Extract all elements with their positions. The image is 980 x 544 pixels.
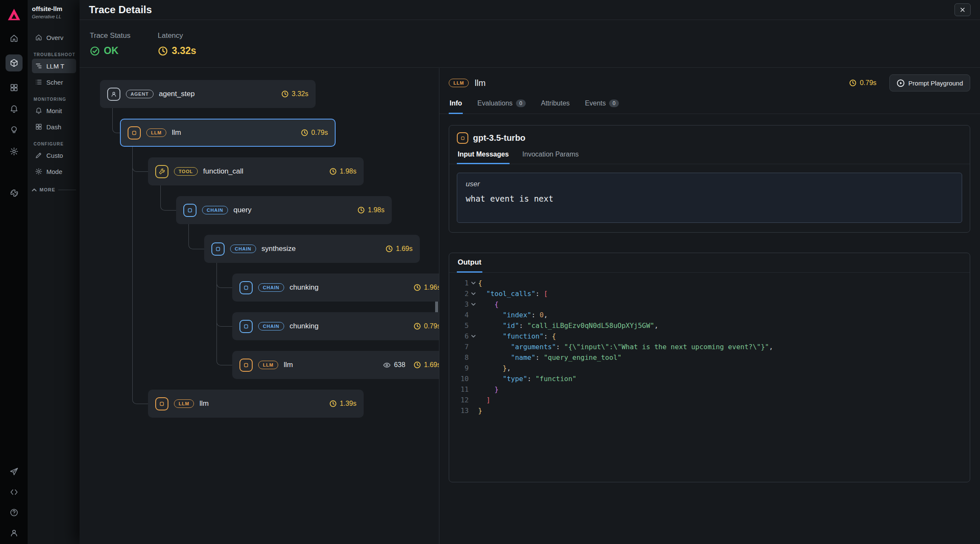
span-kind-badge: LLM (258, 361, 278, 369)
clock-icon (849, 79, 857, 87)
tab-events[interactable]: Events0 (584, 96, 620, 114)
help-icon[interactable] (9, 507, 19, 518)
output-json-viewer: 1{2 "tool_calls": [3 {4 "index": 0,5 "id… (449, 273, 970, 416)
chain-icon (239, 281, 253, 294)
message-content: what event is next (466, 194, 953, 203)
alerts-bell-icon[interactable] (9, 104, 19, 114)
code-line: 5 "id": "call_iLBgEzv0qN0dL58uOpXYj5GW", (449, 320, 970, 331)
span-latency: 1.69s (385, 245, 413, 253)
trace-row-llm[interactable]: LLMllm0.79s (120, 119, 336, 147)
fold-chevron-icon[interactable] (469, 288, 478, 299)
trace-row-llm[interactable]: LLMllm6381.69s (232, 351, 439, 379)
tab-attributes[interactable]: Attributes (540, 96, 571, 114)
trace-lines-icon (35, 62, 43, 70)
span-latency: 0.79s (413, 322, 439, 330)
span-latency: 0.79s (301, 129, 328, 137)
integrations-puzzle-icon[interactable] (9, 188, 19, 198)
events-count-badge: 0 (609, 100, 619, 107)
arize-logo[interactable] (5, 5, 23, 24)
span-kind-badge: TOOL (174, 167, 198, 176)
sidebar-item-model-settings[interactable]: Mode (32, 164, 76, 179)
span-latency: 3.32s (281, 90, 308, 98)
user-message: user what event is next (457, 173, 962, 223)
code-line: 8 "name": "query_engine_tool" (449, 352, 970, 363)
trace-row-chunking[interactable]: CHAINchunking1.96s (232, 273, 439, 302)
fold-chevron-icon[interactable] (469, 299, 478, 310)
trace-row-query[interactable]: CHAINquery1.98s (176, 196, 392, 224)
tab-output[interactable]: Output (457, 256, 482, 273)
sidebar-item-schema[interactable]: Scher (32, 75, 76, 89)
whats-new-plane-icon[interactable] (9, 467, 19, 477)
prompt-playground-button[interactable]: Prompt Playground (889, 74, 970, 91)
app-icon-rail (0, 0, 28, 544)
line-number: 11 (449, 384, 469, 395)
trace-status-block: Trace Status OK (90, 31, 131, 67)
code-line: 2 "tool_calls": [ (449, 288, 970, 299)
chain-icon (183, 204, 197, 217)
modal-title: Trace Details (89, 4, 152, 16)
tab-invocation-params[interactable]: Invocation Params (521, 148, 580, 164)
trace-row-synthesize[interactable]: CHAINsynthesize1.69s (204, 235, 420, 263)
section-configure: CONFIGURE (34, 142, 76, 146)
project-title: offsite-llm (32, 5, 76, 12)
bell-icon (35, 107, 43, 114)
span-kind-badge: CHAIN (230, 245, 256, 253)
line-number: 12 (449, 395, 469, 405)
fold-chevron-icon (469, 352, 478, 363)
line-number: 6 (449, 331, 469, 342)
sidebar-item-overview[interactable]: Overv (32, 30, 76, 45)
tab-input-messages[interactable]: Input Messages (457, 148, 510, 164)
code-docs-icon[interactable] (9, 487, 19, 497)
model-name: gpt-3.5-turbo (473, 133, 525, 143)
llm-icon (155, 397, 168, 410)
llm-icon (239, 359, 253, 372)
span-name: chunking (290, 322, 319, 330)
code-line: 4 "index": 0, (449, 310, 970, 320)
fold-chevron-icon[interactable] (469, 331, 478, 342)
line-number: 10 (449, 373, 469, 384)
overview-icon (35, 34, 43, 41)
fold-chevron-icon[interactable] (469, 278, 478, 288)
fold-chevron-icon (469, 310, 478, 320)
model-card-tabs: Input Messages Invocation Params (449, 148, 970, 164)
detail-tabs: Info Evaluations0 Attributes Events0 (439, 96, 980, 114)
trace-row-llm[interactable]: LLMllm1.39s (148, 390, 364, 418)
trace-row-agent_step[interactable]: AGENTagent_step3.32s (100, 80, 316, 108)
span-kind-badge: CHAIN (202, 206, 228, 214)
code-line: 6 "function": { (449, 331, 970, 342)
deploy-balloon-icon[interactable] (9, 125, 19, 135)
sidebar-item-llm-tracing[interactable]: LLM T (32, 59, 76, 73)
agent-icon (107, 88, 120, 101)
sidebar-item-dashboards[interactable]: Dash (32, 120, 76, 134)
tab-info[interactable]: Info (449, 96, 463, 114)
fold-chevron-icon (469, 373, 478, 384)
token-count: 638 (383, 361, 405, 369)
sidebar-more-toggle[interactable]: MORE (32, 187, 76, 192)
tree-connector (160, 185, 176, 211)
sidebar-item-custom-metrics[interactable]: Custo (32, 148, 76, 162)
span-kind-badge: LLM (146, 128, 166, 137)
span-detail-panel: LLM llm 0.79s Prompt Playground Info Eva… (439, 68, 980, 544)
code-line: 12 ] (449, 395, 970, 405)
chain-icon (211, 242, 225, 256)
tab-evaluations[interactable]: Evaluations0 (476, 96, 526, 114)
sidebar-item-monitors[interactable]: Monit (32, 103, 76, 118)
span-latency: 1.39s (329, 400, 356, 407)
gear-icon (35, 168, 43, 175)
account-user-icon[interactable] (9, 528, 19, 538)
home-icon[interactable] (9, 33, 19, 43)
tracing-cube-icon[interactable] (6, 54, 23, 71)
fold-chevron-icon (469, 405, 478, 416)
close-button[interactable] (954, 3, 971, 16)
span-kind-badge: LLM (174, 399, 194, 408)
trace-row-chunking[interactable]: CHAINchunking0.79s (232, 312, 439, 340)
tree-connector (188, 224, 204, 249)
section-troubleshoot: TROUBLESHOOT (34, 52, 76, 57)
line-number: 1 (449, 278, 469, 288)
span-name: synthesize (262, 245, 296, 253)
dashboards-grid-icon[interactable] (9, 83, 19, 93)
trace-row-function_call[interactable]: TOOLfunction_call1.98s (148, 157, 364, 185)
settings-gear-icon[interactable] (9, 146, 19, 157)
fold-chevron-icon (469, 363, 478, 373)
code-line: 7 "arguments": "{\"input\":\"What is the… (449, 342, 970, 352)
